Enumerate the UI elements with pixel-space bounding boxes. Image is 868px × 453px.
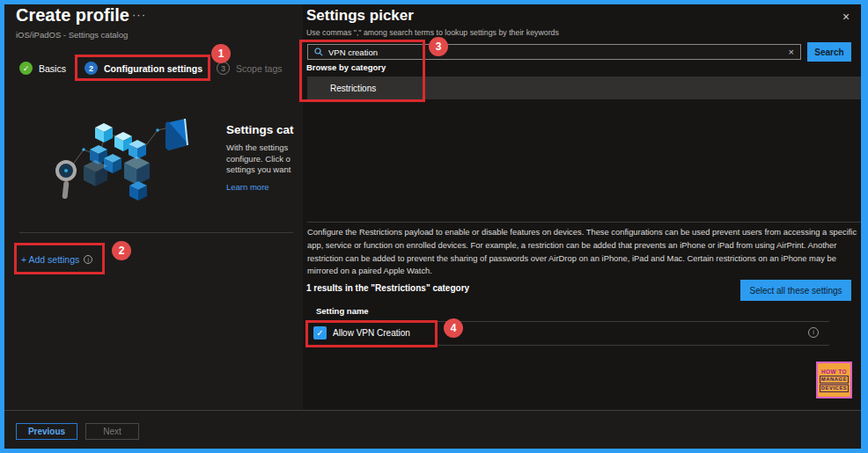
logo-text: HOW TO: [821, 369, 847, 375]
search-input[interactable]: VPN creation ×: [307, 44, 801, 60]
tab-configuration-settings-label: Configuration settings: [104, 63, 202, 74]
select-all-settings-button[interactable]: Select all these settings: [740, 280, 851, 301]
previous-button[interactable]: Previous: [16, 423, 77, 440]
settings-catalog-illustration: [48, 116, 194, 204]
annotation-badge-3: 3: [429, 37, 448, 56]
search-value: VPN creation: [328, 47, 783, 57]
category-description: Configure the Restrictions payload to en…: [307, 226, 858, 278]
magnifier-icon: [57, 162, 75, 199]
annotation-badge-4: 4: [444, 318, 463, 338]
card-text: configure. Click o: [226, 154, 291, 164]
setting-name: Allow VPN Creation: [333, 328, 410, 338]
tab-basics-label: Basics: [39, 63, 66, 74]
card-heading: Settings cat: [226, 123, 294, 136]
setting-checkbox[interactable]: ✓: [313, 326, 327, 340]
htmd-logo: HOW TO MANAGE DEVICES: [816, 362, 852, 398]
book-icon: [166, 119, 188, 150]
results-summary: 1 results in the "Restrictions" category: [306, 283, 469, 293]
browse-by-category-label: Browse by category: [306, 62, 386, 72]
divider: [307, 222, 861, 223]
logo-text: MANAGE: [820, 376, 849, 384]
more-options-icon[interactable]: ···: [132, 8, 146, 21]
card-text: With the settings: [226, 142, 288, 152]
screenshot-frame: Create profile ··· iOS/iPadOS - Settings…: [0, 0, 868, 453]
category-item-restrictions[interactable]: Restrictions: [307, 77, 861, 99]
add-settings-link[interactable]: + Add settings i: [21, 254, 92, 265]
close-icon[interactable]: ×: [842, 10, 850, 24]
page-subtitle: iOS/iPadOS - Settings catalog: [16, 30, 128, 40]
divider: [307, 321, 829, 322]
tab-scope-tags-label: Scope tags: [236, 63, 283, 74]
step-number-icon: 3: [217, 62, 230, 75]
column-header-setting-name: Setting name: [316, 306, 369, 316]
card-text: settings you want: [226, 164, 291, 174]
clear-search-icon[interactable]: ×: [789, 47, 794, 57]
search-button[interactable]: Search: [807, 42, 851, 62]
add-settings-label: + Add settings: [21, 254, 79, 265]
divider: [307, 345, 829, 346]
search-icon: [314, 47, 323, 56]
annotation-badge-1: 1: [211, 44, 231, 63]
panel-title: Settings picker: [306, 7, 414, 25]
page-title: Create profile: [16, 5, 129, 26]
learn-more-link[interactable]: Learn more: [226, 182, 269, 192]
info-icon: i: [84, 255, 92, 264]
tab-scope-tags[interactable]: 3 Scope tags: [217, 62, 283, 75]
annotation-badge-2: 2: [112, 241, 131, 260]
info-icon: i: [808, 327, 819, 338]
check-icon: ✓: [19, 62, 33, 75]
setting-info[interactable]: i: [808, 327, 819, 338]
tab-configuration-settings[interactable]: 2 Configuration settings: [85, 62, 202, 75]
next-button[interactable]: Next: [85, 423, 139, 440]
tab-basics[interactable]: ✓ Basics: [19, 62, 66, 75]
logo-text: DEVICES: [820, 384, 850, 392]
divider: [19, 232, 293, 233]
step-number-icon: 2: [85, 62, 98, 75]
panel-hint: Use commas "," among search terms to loo…: [306, 28, 559, 37]
